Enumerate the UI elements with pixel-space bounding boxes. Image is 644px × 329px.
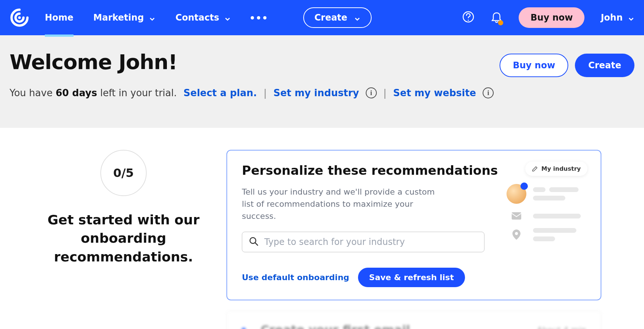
progress-circle: 0/5 — [100, 150, 147, 196]
main-content: 0/5 Get started with our onboarding reco… — [43, 128, 601, 329]
placeholder-line — [533, 187, 545, 192]
nav-home[interactable]: Home — [45, 0, 74, 35]
nav-more-icon[interactable] — [251, 16, 266, 19]
notification-badge — [498, 20, 503, 25]
nav-right: Buy now John — [462, 7, 634, 28]
hero-actions: Buy now Create — [500, 54, 634, 77]
nav-contacts[interactable]: Contacts — [175, 0, 231, 35]
hero-section: Welcome John! Buy now Create You have 60… — [0, 35, 644, 128]
placeholder-line — [549, 187, 579, 192]
location-icon — [511, 231, 522, 239]
placeholder-line — [533, 214, 581, 218]
industry-search[interactable] — [242, 232, 484, 252]
nav-create-label: Create — [314, 12, 347, 23]
use-default-link[interactable]: Use default onboarding — [242, 273, 349, 282]
profile-preview: My industry — [507, 162, 587, 241]
set-industry-link[interactable]: Set my industry — [273, 87, 359, 98]
next-step-title: Create your first email — [261, 323, 537, 329]
nav-buy-now-button[interactable]: Buy now — [519, 7, 584, 28]
svg-point-2 — [468, 19, 469, 21]
onboarding-right: Personalize these recommendations Tell u… — [226, 150, 601, 329]
search-icon — [249, 236, 258, 247]
page-title: Welcome John! — [10, 50, 177, 74]
chevron-down-icon — [224, 14, 231, 21]
notifications-icon[interactable] — [491, 11, 502, 25]
pencil-icon — [532, 166, 538, 172]
help-icon[interactable] — [462, 11, 475, 25]
logo-icon — [10, 8, 29, 28]
placeholder-line — [533, 228, 576, 233]
hero-buy-now-button[interactable]: Buy now — [500, 54, 568, 77]
personalize-actions: Use default onboarding Save & refresh li… — [242, 268, 586, 287]
hero-create-button[interactable]: Create — [575, 54, 634, 77]
personalize-card: Personalize these recommendations Tell u… — [226, 150, 601, 300]
select-plan-link[interactable]: Select a plan. — [183, 87, 257, 98]
bullet-icon — [242, 328, 246, 329]
next-step-time: About 4 min — [537, 325, 586, 329]
info-icon[interactable]: i — [366, 87, 377, 98]
nav-items: Home Marketing Contacts Create — [45, 0, 372, 35]
placeholder-line — [533, 236, 555, 241]
chevron-down-icon — [149, 14, 155, 21]
chevron-down-icon — [354, 14, 361, 21]
placeholder-line — [533, 196, 565, 200]
hero-subtext: You have 60 days left in your trial. Sel… — [10, 87, 634, 98]
nav-marketing[interactable]: Marketing — [93, 0, 155, 35]
next-step-card[interactable]: Create your first email About 4 min — [226, 311, 601, 329]
user-menu[interactable]: John — [601, 12, 634, 23]
mail-icon — [511, 212, 522, 220]
personalize-desc: Tell us your industry and we'll provide … — [242, 186, 448, 222]
nav-marketing-label: Marketing — [93, 12, 144, 23]
svg-point-0 — [18, 16, 21, 19]
svg-line-4 — [255, 243, 258, 245]
onboarding-heading: Get started with our onboarding recommen… — [43, 211, 204, 266]
info-icon[interactable]: i — [483, 87, 494, 98]
nav-contacts-label: Contacts — [175, 12, 219, 23]
avatar — [507, 184, 526, 204]
nav-create-button[interactable]: Create — [303, 7, 372, 28]
industry-search-input[interactable] — [264, 236, 477, 247]
top-nav: Home Marketing Contacts Create Buy now J… — [0, 0, 644, 35]
svg-rect-5 — [512, 212, 521, 220]
my-industry-tag[interactable]: My industry — [525, 162, 587, 176]
set-website-link[interactable]: Set my website — [393, 87, 476, 98]
divider: | — [383, 87, 387, 98]
divider: | — [264, 87, 267, 98]
chevron-down-icon — [628, 14, 634, 21]
user-name: John — [601, 12, 623, 23]
trial-text: You have 60 days left in your trial. — [10, 87, 177, 98]
save-refresh-button[interactable]: Save & refresh list — [358, 268, 465, 287]
onboarding-left: 0/5 Get started with our onboarding reco… — [43, 150, 204, 266]
